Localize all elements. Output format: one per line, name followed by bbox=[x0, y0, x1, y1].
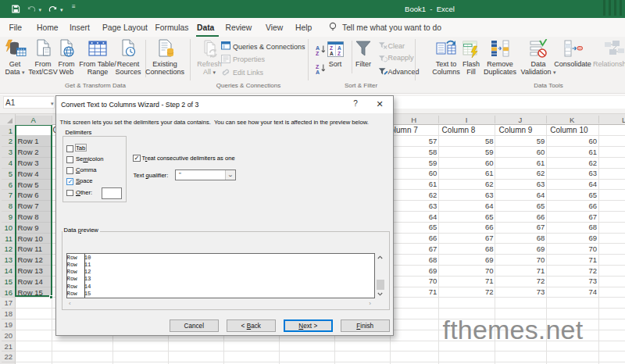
svg-text:Z: Z bbox=[330, 45, 333, 51]
svg-text:Z: Z bbox=[338, 51, 341, 56]
svg-text:A: A bbox=[316, 70, 320, 75]
svg-text:A: A bbox=[330, 51, 334, 56]
